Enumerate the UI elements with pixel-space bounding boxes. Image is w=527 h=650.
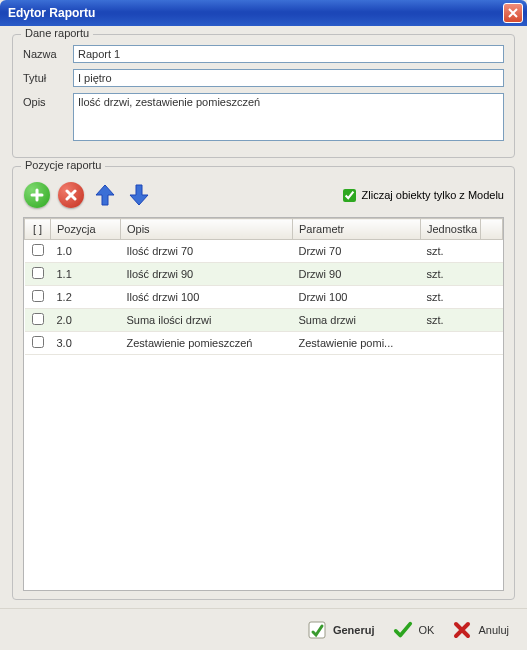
table-row[interactable]: 2.0 Suma ilości drzwi Suma drzwi szt. bbox=[25, 309, 503, 332]
cell-parametr: Drzwi 100 bbox=[293, 286, 421, 309]
generate-icon bbox=[307, 620, 327, 640]
row-checkbox[interactable] bbox=[32, 290, 44, 302]
textarea-opis[interactable] bbox=[73, 93, 504, 141]
grid-body: 1.0 Ilość drzwi 70 Drzwi 70 szt. 1.1 Ilo… bbox=[25, 240, 503, 355]
cell-parametr: Drzwi 70 bbox=[293, 240, 421, 263]
cell-pozycja: 1.1 bbox=[51, 263, 121, 286]
move-up-button[interactable] bbox=[91, 181, 119, 209]
cell-parametr: Suma drzwi bbox=[293, 309, 421, 332]
cell-pozycja: 2.0 bbox=[51, 309, 121, 332]
cell-parametr: Zestawienie pomi... bbox=[293, 332, 421, 355]
cell-opis: Ilość drzwi 90 bbox=[121, 263, 293, 286]
content: Dane raportu Nazwa Tytuł Opis Pozycje ra… bbox=[0, 26, 527, 608]
cell-pozycja: 1.2 bbox=[51, 286, 121, 309]
row-checkbox[interactable] bbox=[32, 267, 44, 279]
count-from-model-wrap[interactable]: Zliczaj obiekty tylko z Modelu bbox=[343, 189, 504, 202]
table-row[interactable]: 1.0 Ilość drzwi 70 Drzwi 70 szt. bbox=[25, 240, 503, 263]
toolbar: Zliczaj obiekty tylko z Modelu bbox=[23, 177, 504, 217]
count-from-model-label: Zliczaj obiekty tylko z Modelu bbox=[362, 189, 504, 201]
arrow-up-icon bbox=[94, 183, 116, 207]
row-checkbox[interactable] bbox=[32, 336, 44, 348]
row-opis: Opis bbox=[23, 93, 504, 141]
grid-empty-area bbox=[24, 355, 503, 590]
grid-header-row: [ ] Pozycja Opis Parametr Jednostka bbox=[25, 219, 503, 240]
header-opis[interactable]: Opis bbox=[121, 219, 293, 240]
input-tytul[interactable] bbox=[73, 69, 504, 87]
cell-jednostka: szt. bbox=[421, 286, 481, 309]
footer: Generuj OK Anuluj bbox=[0, 608, 527, 650]
add-button[interactable] bbox=[23, 181, 51, 209]
label-opis: Opis bbox=[23, 93, 73, 108]
cell-opis: Ilość drzwi 100 bbox=[121, 286, 293, 309]
label-tytul: Tytuł bbox=[23, 69, 73, 84]
delete-button[interactable] bbox=[57, 181, 85, 209]
cancel-label: Anuluj bbox=[478, 624, 509, 636]
header-checkbox[interactable]: [ ] bbox=[25, 219, 51, 240]
group-dane-label: Dane raportu bbox=[21, 27, 93, 39]
add-icon bbox=[24, 182, 50, 208]
cell-jednostka: szt. bbox=[421, 240, 481, 263]
row-nazwa: Nazwa bbox=[23, 45, 504, 63]
generate-label: Generuj bbox=[333, 624, 375, 636]
window-title: Edytor Raportu bbox=[8, 6, 503, 20]
group-dane-raportu: Dane raportu Nazwa Tytuł Opis bbox=[12, 34, 515, 158]
cell-jednostka: szt. bbox=[421, 309, 481, 332]
titlebar: Edytor Raportu bbox=[0, 0, 527, 26]
row-tytul: Tytuł bbox=[23, 69, 504, 87]
window: Edytor Raportu Dane raportu Nazwa Tytuł … bbox=[0, 0, 527, 650]
cell-jednostka: szt. bbox=[421, 263, 481, 286]
cell-opis: Ilość drzwi 70 bbox=[121, 240, 293, 263]
group-pozycje-raportu: Pozycje raportu bbox=[12, 166, 515, 600]
grid: [ ] Pozycja Opis Parametr Jednostka 1.0 bbox=[23, 217, 504, 591]
cell-opis: Suma ilości drzwi bbox=[121, 309, 293, 332]
row-checkbox[interactable] bbox=[32, 313, 44, 325]
cell-pozycja: 3.0 bbox=[51, 332, 121, 355]
table-row[interactable]: 3.0 Zestawienie pomieszczeń Zestawienie … bbox=[25, 332, 503, 355]
cell-jednostka bbox=[421, 332, 481, 355]
generate-button[interactable]: Generuj bbox=[307, 620, 375, 640]
cell-pozycja: 1.0 bbox=[51, 240, 121, 263]
ok-label: OK bbox=[419, 624, 435, 636]
table-row[interactable]: 1.1 Ilość drzwi 90 Drzwi 90 szt. bbox=[25, 263, 503, 286]
label-nazwa: Nazwa bbox=[23, 45, 73, 60]
close-button[interactable] bbox=[503, 3, 523, 23]
header-spacer bbox=[481, 219, 503, 240]
count-from-model-checkbox[interactable] bbox=[343, 189, 356, 202]
checkmark-icon bbox=[393, 620, 413, 640]
arrow-down-icon bbox=[128, 183, 150, 207]
row-checkbox[interactable] bbox=[32, 244, 44, 256]
move-down-button[interactable] bbox=[125, 181, 153, 209]
ok-button[interactable]: OK bbox=[393, 620, 435, 640]
header-pozycja[interactable]: Pozycja bbox=[51, 219, 121, 240]
cross-icon bbox=[452, 620, 472, 640]
group-pozycje-label: Pozycje raportu bbox=[21, 159, 105, 171]
header-jednostka[interactable]: Jednostka bbox=[421, 219, 481, 240]
table-row[interactable]: 1.2 Ilość drzwi 100 Drzwi 100 szt. bbox=[25, 286, 503, 309]
header-parametr[interactable]: Parametr bbox=[293, 219, 421, 240]
cell-opis: Zestawienie pomieszczeń bbox=[121, 332, 293, 355]
cancel-button[interactable]: Anuluj bbox=[452, 620, 509, 640]
cell-parametr: Drzwi 90 bbox=[293, 263, 421, 286]
input-nazwa[interactable] bbox=[73, 45, 504, 63]
delete-icon bbox=[58, 182, 84, 208]
close-icon bbox=[508, 8, 518, 18]
grid-table: [ ] Pozycja Opis Parametr Jednostka 1.0 bbox=[24, 218, 503, 355]
